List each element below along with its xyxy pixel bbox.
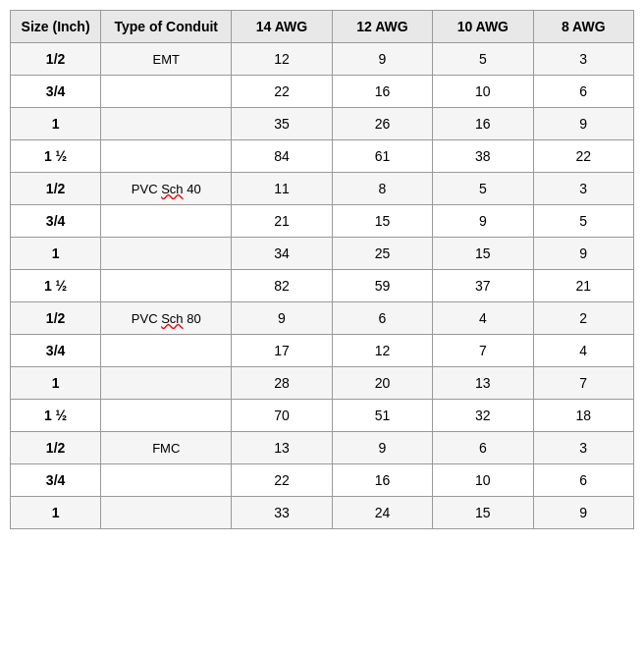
cell-size: 1/2: [11, 173, 101, 205]
table-row: 13526169: [11, 108, 634, 140]
cell-awg14: 70: [232, 400, 332, 432]
cell-size: 3/4: [11, 76, 101, 108]
underline-span: Sch: [161, 182, 183, 196]
cell-awg8: 5: [533, 205, 633, 238]
cell-conduit: EMT: [101, 43, 232, 76]
cell-awg8: 3: [533, 43, 633, 76]
cell-awg14: 9: [232, 302, 332, 335]
cell-awg8: 6: [533, 76, 633, 108]
cell-size: 1/2: [11, 302, 101, 335]
table-row: 12820137: [11, 367, 634, 400]
table-row: 1 ½84613822: [11, 140, 634, 173]
cell-conduit: FMC: [101, 432, 232, 464]
cell-awg14: 84: [232, 140, 332, 173]
table-row: 13425159: [11, 238, 634, 270]
cell-awg12: 16: [332, 464, 432, 497]
cell-awg8: 6: [533, 464, 633, 497]
cell-awg12: 25: [332, 238, 432, 270]
cell-awg10: 7: [433, 335, 533, 367]
cell-conduit: [101, 205, 232, 238]
cell-awg8: 7: [533, 367, 633, 400]
cell-awg14: 22: [232, 76, 332, 108]
cell-awg8: 2: [533, 302, 633, 335]
cell-conduit: [101, 335, 232, 367]
table-row: 3/42216106: [11, 464, 634, 497]
cell-awg12: 59: [332, 270, 432, 302]
cell-awg8: 22: [533, 140, 633, 173]
cell-size: 1: [11, 497, 101, 529]
cell-awg12: 20: [332, 367, 432, 400]
cell-awg10: 10: [433, 464, 533, 497]
cell-awg8: 18: [533, 400, 633, 432]
cell-awg14: 17: [232, 335, 332, 367]
cell-awg14: 13: [232, 432, 332, 464]
cell-conduit: [101, 270, 232, 302]
table-row: 1 ½82593721: [11, 270, 634, 302]
cell-awg8: 4: [533, 335, 633, 367]
cell-awg14: 35: [232, 108, 332, 140]
cell-conduit: [101, 367, 232, 400]
header-size: Size (Inch): [11, 11, 101, 43]
cell-awg10: 16: [433, 108, 533, 140]
cell-awg14: 28: [232, 367, 332, 400]
cell-awg10: 15: [433, 238, 533, 270]
cell-awg12: 9: [332, 432, 432, 464]
cell-conduit: [101, 400, 232, 432]
cell-conduit: [101, 464, 232, 497]
table-wrapper: Size (Inch) Type of Conduit 14 AWG 12 AW…: [10, 10, 634, 529]
table-row: 13324159: [11, 497, 634, 529]
cell-awg14: 33: [232, 497, 332, 529]
table-row: 1/2PVC Sch 809642: [11, 302, 634, 335]
cell-awg12: 15: [332, 205, 432, 238]
cell-awg10: 32: [433, 400, 533, 432]
cell-awg10: 5: [433, 43, 533, 76]
header-awg8: 8 AWG: [533, 11, 633, 43]
table-row: 3/4211595: [11, 205, 634, 238]
cell-awg12: 8: [332, 173, 432, 205]
cell-awg10: 15: [433, 497, 533, 529]
cell-size: 1 ½: [11, 270, 101, 302]
cell-awg10: 4: [433, 302, 533, 335]
cell-awg10: 10: [433, 76, 533, 108]
cell-conduit: [101, 140, 232, 173]
table-row: 1 ½70513218: [11, 400, 634, 432]
cell-conduit: [101, 497, 232, 529]
table-row: 1/2PVC Sch 4011853: [11, 173, 634, 205]
header-awg10: 10 AWG: [433, 11, 533, 43]
header-conduit: Type of Conduit: [101, 11, 232, 43]
cell-awg12: 9: [332, 43, 432, 76]
cell-awg12: 26: [332, 108, 432, 140]
cell-awg14: 12: [232, 43, 332, 76]
cell-awg8: 21: [533, 270, 633, 302]
cell-awg8: 9: [533, 108, 633, 140]
table-row: 1/2EMT12953: [11, 43, 634, 76]
underline-span: Sch: [161, 311, 183, 326]
cell-conduit: PVC Sch 40: [101, 173, 232, 205]
cell-awg12: 6: [332, 302, 432, 335]
cell-awg14: 11: [232, 173, 332, 205]
cell-awg8: 9: [533, 238, 633, 270]
cell-conduit: [101, 76, 232, 108]
cell-awg10: 9: [433, 205, 533, 238]
cell-awg10: 5: [433, 173, 533, 205]
cell-awg12: 51: [332, 400, 432, 432]
cell-size: 3/4: [11, 205, 101, 238]
cell-size: 1: [11, 367, 101, 400]
cell-awg12: 12: [332, 335, 432, 367]
cell-size: 1: [11, 238, 101, 270]
cell-awg12: 61: [332, 140, 432, 173]
cell-awg12: 16: [332, 76, 432, 108]
cell-size: 1/2: [11, 432, 101, 464]
cell-awg14: 34: [232, 238, 332, 270]
table-row: 3/42216106: [11, 76, 634, 108]
cell-size: 1/2: [11, 43, 101, 76]
cell-awg10: 6: [433, 432, 533, 464]
conduit-table: Size (Inch) Type of Conduit 14 AWG 12 AW…: [10, 10, 634, 529]
cell-awg8: 9: [533, 497, 633, 529]
cell-conduit: [101, 238, 232, 270]
cell-awg10: 38: [433, 140, 533, 173]
cell-awg10: 13: [433, 367, 533, 400]
cell-size: 1: [11, 108, 101, 140]
table-row: 1/2FMC13963: [11, 432, 634, 464]
cell-awg8: 3: [533, 432, 633, 464]
